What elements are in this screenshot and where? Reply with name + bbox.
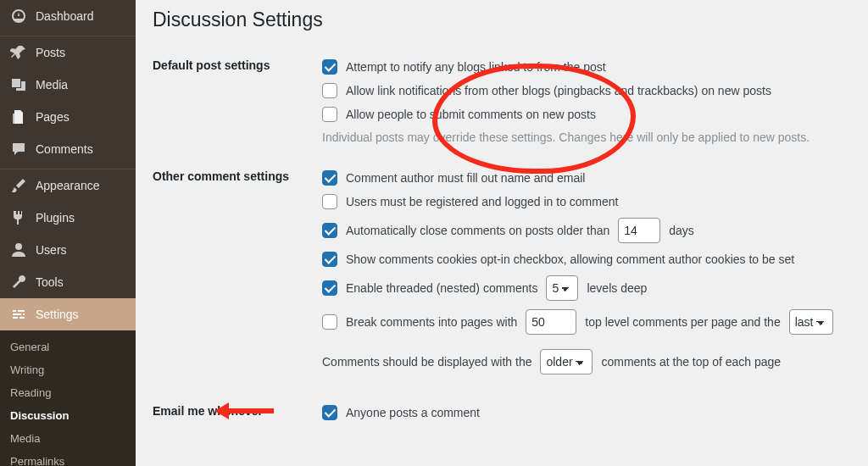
pin-icon	[10, 44, 27, 61]
submenu-writing[interactable]: Writing	[0, 358, 136, 381]
select-default-page[interactable]: last	[789, 309, 833, 335]
checkbox-email-on-comment[interactable]	[322, 405, 337, 420]
checkbox-allow-comments[interactable]	[322, 107, 337, 122]
sidebar-item-label: Comments	[36, 142, 93, 156]
label-require-name-email: Comment author must fill out name and em…	[346, 171, 585, 185]
submenu-discussion[interactable]: Discussion	[0, 404, 136, 427]
label-cookies-optin: Show comments cookies opt-in checkbox, a…	[346, 252, 794, 266]
checkbox-notify-linked-blogs[interactable]	[322, 59, 337, 75]
label-auto-close-post: days	[669, 224, 694, 237]
page-title: Discussion Settings	[153, 8, 851, 31]
label-require-registration: Users must be registered and logged in t…	[346, 195, 618, 208]
sidebar-item-tools[interactable]: Tools	[0, 266, 136, 298]
label-order-pre: Comments should be displayed with the	[322, 355, 531, 369]
select-thread-depth[interactable]: 5	[546, 275, 578, 301]
sidebar-item-posts[interactable]: Posts	[0, 36, 136, 69]
wrench-icon	[10, 274, 27, 291]
section-heading-other-comment: Other comment settings	[153, 161, 322, 396]
label-paginate-mid: top level comments per page and the	[585, 315, 780, 329]
sidebar-item-media[interactable]: Media	[0, 69, 136, 101]
sidebar-item-pages[interactable]: Pages	[0, 101, 136, 133]
comment-icon	[10, 141, 27, 158]
svg-point-0	[15, 243, 22, 250]
checkbox-allow-pingbacks[interactable]	[322, 83, 337, 98]
label-email-on-comment: Anyone posts a comment	[346, 406, 480, 419]
settings-main: Discussion Settings Default post setting…	[136, 0, 868, 441]
label-paginate-pre: Break comments into pages with	[346, 315, 517, 329]
submenu-media[interactable]: Media	[0, 427, 136, 450]
checkbox-auto-close[interactable]	[322, 223, 337, 238]
checkbox-require-name-email[interactable]	[322, 170, 337, 186]
sidebar-item-users[interactable]: Users	[0, 234, 136, 266]
sliders-icon	[10, 306, 27, 323]
input-close-days[interactable]	[618, 218, 660, 243]
submenu-reading[interactable]: Reading	[0, 381, 136, 404]
label-allow-pingbacks: Allow link notifications from other blog…	[346, 84, 771, 97]
sidebar-item-label: Pages	[36, 110, 70, 124]
sidebar-item-label: Tools	[36, 275, 64, 289]
sidebar-item-appearance[interactable]: Appearance	[0, 169, 136, 202]
sidebar-item-label: Settings	[36, 308, 79, 321]
label-order-post: comments at the top of each page	[601, 355, 781, 369]
checkbox-cookies-optin[interactable]	[322, 252, 337, 267]
sidebar-item-label: Appearance	[36, 179, 100, 192]
sidebar-item-label: Media	[36, 78, 68, 92]
sidebar-item-label: Plugins	[36, 211, 75, 225]
checkbox-require-registration[interactable]	[322, 194, 337, 209]
label-threaded-post: levels deep	[587, 281, 647, 295]
admin-sidebar: Dashboard Posts Media Pages Comments App…	[0, 0, 136, 466]
plug-icon	[10, 209, 27, 226]
sidebar-item-plugins[interactable]: Plugins	[0, 202, 136, 234]
checkbox-paginate[interactable]	[322, 314, 337, 330]
dashboard-icon	[10, 8, 27, 25]
sidebar-item-comments[interactable]: Comments	[0, 133, 136, 165]
input-comments-per-page[interactable]	[526, 309, 576, 335]
default-post-description: Individual posts may override these sett…	[322, 126, 851, 144]
label-allow-comments: Allow people to submit comments on new p…	[346, 108, 596, 121]
sidebar-item-dashboard[interactable]: Dashboard	[0, 0, 136, 32]
section-heading-email: Email me whenever	[153, 396, 322, 441]
select-comment-order[interactable]: older	[540, 349, 593, 374]
label-threaded-pre: Enable threaded (nested) comments	[346, 281, 537, 295]
label-notify-linked-blogs: Attempt to notify any blogs linked to fr…	[346, 60, 606, 74]
section-heading-default-post: Default post settings	[153, 50, 322, 161]
submenu-permalinks[interactable]: Permalinks	[0, 450, 136, 466]
sidebar-item-label: Dashboard	[36, 9, 94, 23]
checkbox-threaded[interactable]	[322, 280, 337, 296]
submenu-general[interactable]: General	[0, 336, 136, 358]
brush-icon	[10, 177, 27, 194]
user-icon	[10, 241, 27, 258]
sidebar-item-settings[interactable]: Settings	[0, 298, 136, 330]
label-auto-close-pre: Automatically close comments on posts ol…	[346, 224, 609, 237]
pages-icon	[10, 108, 27, 125]
media-icon	[10, 76, 27, 93]
sidebar-item-label: Users	[36, 243, 67, 257]
sidebar-item-label: Posts	[36, 46, 65, 59]
settings-submenu: General Writing Reading Discussion Media…	[0, 330, 136, 466]
